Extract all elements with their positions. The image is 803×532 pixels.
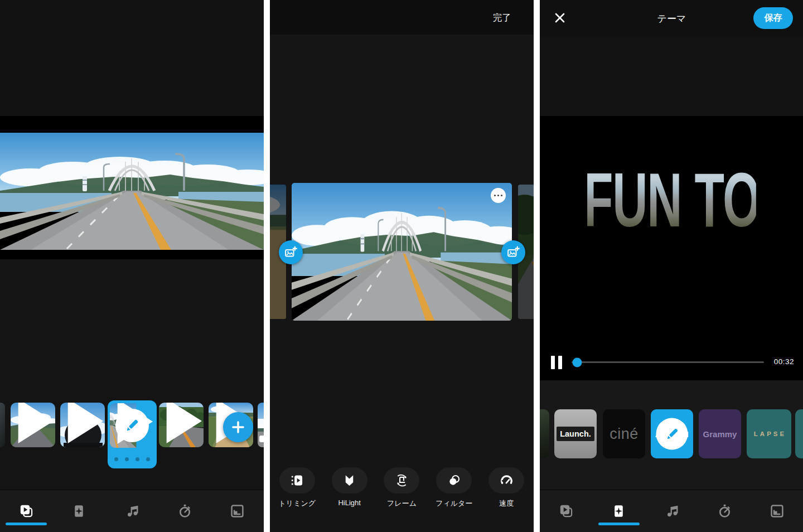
clips-icon — [559, 504, 574, 519]
add-clip-after-button[interactable] — [501, 240, 525, 264]
add-clip-before-button[interactable] — [279, 240, 303, 264]
theme-thumbnail-partial-right[interactable] — [795, 409, 803, 458]
tab-theme[interactable] — [53, 490, 106, 532]
theme-thumbnail-grammy[interactable]: Grammy — [699, 409, 741, 458]
format-icon — [770, 504, 785, 519]
tab-clips[interactable] — [540, 490, 593, 532]
music-note-icon — [124, 504, 139, 519]
pause-button[interactable] — [551, 356, 562, 369]
theme-icon — [611, 504, 626, 519]
bottom-navbar — [0, 490, 264, 532]
theme-thumbnail-partial-left[interactable] — [540, 409, 549, 458]
theme-thumbnail-lapse[interactable]: LAPSE — [747, 409, 791, 458]
tab-music[interactable] — [105, 490, 158, 532]
clip-thumbnail-tree-road[interactable] — [159, 403, 204, 447]
plus-icon — [230, 419, 246, 435]
edit-clip-button[interactable] — [115, 409, 149, 442]
tool-filter[interactable]: フィルター — [429, 467, 479, 509]
video-player-area[interactable] — [0, 116, 264, 259]
play-badge-icon — [14, 403, 55, 443]
clip-tools-row: トリミング HiLight フレーム フィルター 速度 — [270, 467, 534, 509]
partial-badge — [259, 436, 264, 442]
video-preview-image — [0, 133, 264, 250]
theme-preview-player[interactable]: FUN TO 00:32 — [540, 116, 803, 380]
trim-icon — [290, 473, 304, 487]
done-button[interactable]: 完了 — [493, 12, 511, 24]
theme-gallery: Launch. ciné ACTION Grammy LAPSE — [540, 380, 803, 490]
music-note-icon — [664, 504, 679, 519]
format-icon — [230, 504, 245, 519]
selected-clip-preview[interactable] — [292, 183, 512, 321]
add-clip-button[interactable] — [223, 412, 253, 442]
theme-thumbnail-cine[interactable]: ciné — [603, 409, 645, 458]
tool-label: HiLight — [338, 499, 360, 507]
theme-icon — [71, 504, 86, 519]
panel-video-editor — [0, 0, 264, 532]
stopwatch-icon — [177, 504, 192, 519]
save-button[interactable]: 保存 — [753, 7, 793, 29]
play-badge-icon — [163, 403, 204, 443]
active-tab-underline — [6, 523, 47, 525]
tab-music[interactable] — [645, 490, 698, 532]
video-title-overlay: FUN TO — [587, 159, 756, 240]
seek-bar[interactable] — [572, 361, 764, 363]
playback-time: 00:32 — [774, 357, 794, 366]
tab-duration[interactable] — [158, 490, 211, 532]
panel2-topbar: 完了 — [270, 0, 534, 35]
panel3-upper-background — [540, 36, 803, 116]
pencil-icon — [664, 425, 680, 442]
crop-rotate-icon — [395, 473, 409, 487]
pencil-icon — [123, 417, 141, 434]
tool-label: 速度 — [499, 499, 514, 509]
clip-thumbnail-selected[interactable] — [108, 400, 157, 468]
add-media-icon — [506, 245, 520, 259]
speed-gauge-icon — [500, 473, 514, 487]
clip-thumbnail-helmet-selfie[interactable] — [60, 403, 105, 447]
tab-format[interactable] — [211, 490, 264, 532]
tab-theme[interactable] — [593, 490, 646, 532]
filter-icon — [447, 473, 461, 487]
clip-thumbnail-partial-left[interactable] — [0, 403, 5, 447]
theme-label: ciné — [609, 425, 638, 443]
tool-label: フレーム — [387, 499, 417, 509]
tool-label: トリミング — [279, 499, 316, 509]
tool-frame[interactable]: フレーム — [376, 467, 427, 509]
page-dots — [108, 457, 157, 461]
panel3-topbar: テーマ 保存 — [540, 0, 803, 36]
active-tab-underline — [598, 523, 640, 525]
play-badge-icon — [64, 403, 105, 443]
ellipsis-icon — [494, 195, 496, 197]
clip-thumbnail-partial-right[interactable] — [258, 403, 264, 447]
tab-duration[interactable] — [698, 490, 751, 532]
theme-thumbnail-launch[interactable]: Launch. — [554, 409, 597, 458]
panel1-top-background — [0, 0, 264, 116]
screenshot-composite: 完了 トリミング — [0, 0, 803, 532]
theme-label: Grammy — [703, 429, 737, 439]
clip-thumbnail-road-tower[interactable] — [11, 403, 55, 447]
hilight-tag-icon — [342, 473, 356, 487]
clip-strip — [270, 183, 534, 321]
save-button-label: 保存 — [765, 12, 782, 24]
tool-label: フィルター — [436, 499, 472, 509]
tool-speed[interactable]: 速度 — [481, 467, 531, 509]
panel-theme-picker: テーマ 保存 FUN TO 00:32 Launch. ciné ACTION — [540, 0, 803, 532]
clip-more-options-button[interactable] — [491, 188, 506, 203]
tool-trim[interactable]: トリミング — [272, 467, 322, 509]
edit-theme-button[interactable] — [656, 418, 688, 450]
bottom-navbar — [540, 490, 803, 532]
panel-clip-editor: 完了 トリミング — [270, 0, 534, 532]
seek-knob[interactable] — [573, 357, 582, 367]
clips-icon — [19, 504, 34, 519]
theme-label: LAPSE — [754, 431, 786, 437]
theme-label: Launch. — [557, 427, 594, 441]
tab-format[interactable] — [751, 490, 803, 532]
tab-clips[interactable] — [0, 490, 53, 532]
add-media-icon — [284, 245, 298, 259]
theme-thumbnail-action-selected[interactable]: ACTION — [651, 409, 693, 458]
stopwatch-icon — [717, 504, 732, 519]
tool-hilight[interactable]: HiLight — [325, 467, 375, 509]
